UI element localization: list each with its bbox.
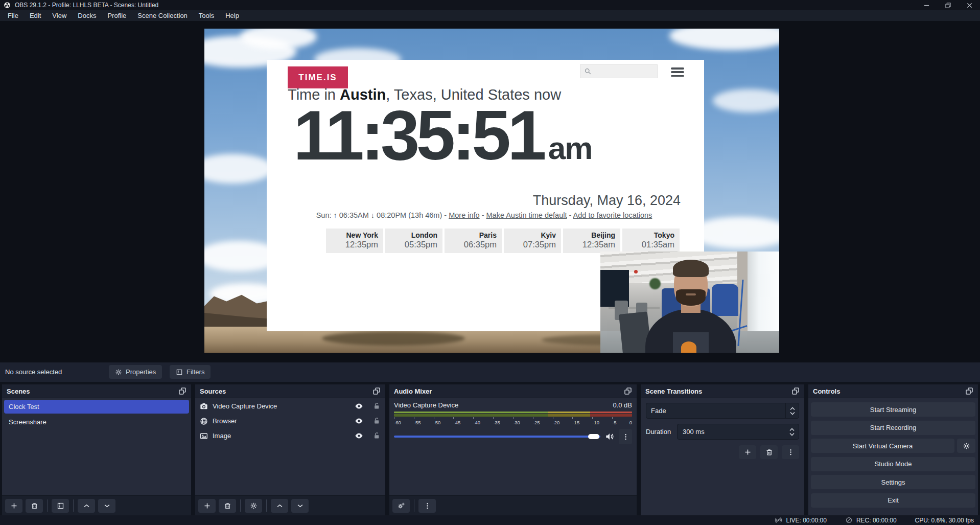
obs-window: OBS 29.1.2 - Profile: LLHLS BETA - Scene…	[0, 0, 980, 525]
double-gear-icon	[398, 502, 405, 510]
menu-tools[interactable]: Tools	[193, 10, 220, 21]
minimize-icon	[924, 3, 929, 8]
popout-icon[interactable]	[624, 387, 632, 395]
start-recording-button[interactable]: Start Recording	[811, 421, 975, 435]
separator: -	[567, 211, 573, 219]
source-row-video-capture[interactable]: Video Capture Device	[195, 399, 385, 413]
move-scene-down-button[interactable]	[98, 499, 115, 513]
lock-icon[interactable]	[373, 402, 381, 410]
popout-icon[interactable]	[178, 387, 186, 395]
start-virtual-camera-button[interactable]: Start Virtual Camera	[811, 439, 954, 453]
exit-button[interactable]: Exit	[811, 493, 975, 508]
scene-filters-button[interactable]	[52, 499, 69, 513]
volume-slider[interactable]	[394, 436, 600, 438]
meter-scale-labels: -60 -55 -50 -45 -40 -35 -30 -25 -20 -15 …	[394, 420, 632, 425]
lock-icon[interactable]	[373, 432, 381, 440]
city-time: 07:35pm	[504, 240, 556, 249]
move-source-up-button[interactable]	[271, 499, 288, 513]
source-label: Video Capture Device	[213, 402, 277, 410]
duration-spinner[interactable]: 300 ms	[677, 424, 799, 440]
volume-meter-peak	[394, 412, 632, 413]
source-row-browser[interactable]: Browser	[195, 414, 385, 428]
source-properties-button[interactable]	[245, 499, 262, 513]
tick-label: -10	[592, 420, 599, 425]
popout-icon[interactable]	[965, 387, 973, 395]
restore-button[interactable]	[937, 0, 959, 10]
popout-icon[interactable]	[791, 387, 800, 395]
timeis-sun-line: Sun: ↑ 06:35AM ↓ 08:20PM (13h 46m) - Mor…	[288, 211, 681, 219]
menu-file[interactable]: File	[2, 10, 24, 21]
visibility-eye-icon[interactable]	[355, 431, 363, 440]
advanced-audio-properties-button[interactable]	[392, 499, 410, 513]
speaker-icon[interactable]	[605, 432, 614, 441]
menu-edit[interactable]: Edit	[24, 10, 46, 21]
menu-profile[interactable]: Profile	[102, 10, 132, 21]
filters-button[interactable]: Filters	[170, 365, 211, 379]
add-scene-button[interactable]	[5, 499, 22, 513]
virtual-camera-config-button[interactable]	[957, 439, 975, 453]
separator: -	[480, 211, 486, 219]
transition-select[interactable]: Fade	[646, 403, 799, 419]
mixer-options-button[interactable]	[619, 429, 632, 444]
gear-icon	[115, 369, 122, 376]
minimize-button[interactable]	[916, 0, 937, 10]
menu-help[interactable]: Help	[220, 10, 245, 21]
settings-button[interactable]: Settings	[811, 475, 975, 489]
transition-select-arrows[interactable]	[785, 403, 799, 418]
visibility-eye-icon[interactable]	[355, 402, 363, 410]
stream-inactive-icon	[775, 516, 782, 524]
toolbar-separator	[240, 499, 241, 512]
remove-transition-button[interactable]	[760, 445, 778, 459]
preview-area: TIME.IS Time in Austin, Texas, United St…	[0, 21, 980, 362]
studio-mode-button[interactable]: Studio Mode	[811, 457, 975, 471]
toolbar-separator	[414, 499, 414, 512]
restore-icon	[945, 3, 951, 8]
popout-icon[interactable]	[372, 387, 381, 395]
chevron-down-icon	[296, 502, 304, 510]
close-button[interactable]	[959, 0, 980, 10]
webcam-fire-alarm	[634, 270, 638, 273]
menu-scene-collection[interactable]: Scene Collection	[132, 10, 193, 21]
clock-ampm: am	[548, 130, 592, 174]
city-time: 12:35am	[563, 240, 615, 249]
webcam-person-beard	[676, 289, 706, 306]
scene-item-screenshare[interactable]: Screenshare	[4, 415, 189, 429]
image-icon	[200, 432, 208, 440]
chevron-up-icon	[83, 502, 90, 510]
sources-list: Video Capture Device Browser	[195, 398, 385, 495]
tick-label: -55	[414, 420, 421, 425]
menu-view[interactable]: View	[46, 10, 72, 21]
properties-button[interactable]: Properties	[109, 365, 162, 379]
mixer-db-value: 0.0 dB	[613, 401, 632, 409]
make-default-link: Make Austin time default	[486, 211, 567, 219]
scenes-header: Scenes	[2, 384, 191, 398]
move-scene-up-button[interactable]	[78, 499, 95, 513]
source-row-image[interactable]: Image	[195, 429, 385, 443]
scene-item-clock-test[interactable]: Clock Test	[4, 400, 189, 414]
webcam-source-layer[interactable]	[600, 252, 779, 353]
meter-tick-marks	[394, 417, 632, 419]
volume-slider-row	[394, 429, 632, 444]
preview-canvas[interactable]: TIME.IS Time in Austin, Texas, United St…	[204, 29, 779, 353]
plus-icon	[203, 502, 211, 510]
status-bar: LIVE: 00:00:00 REC: 00:00:00 CPU: 0.6%, …	[0, 515, 980, 525]
mixer-menu-button[interactable]	[418, 499, 436, 513]
add-source-button[interactable]	[198, 499, 216, 513]
remove-scene-button[interactable]	[26, 499, 43, 513]
lock-icon[interactable]	[373, 417, 381, 425]
remove-source-button[interactable]	[219, 499, 236, 513]
move-source-down-button[interactable]	[291, 499, 309, 513]
record-inactive-icon	[845, 516, 853, 524]
menu-docks[interactable]: Docks	[72, 10, 102, 21]
window-controls	[916, 0, 980, 10]
transition-properties-button[interactable]	[782, 445, 799, 459]
plus-icon	[744, 448, 752, 456]
add-transition-button[interactable]	[739, 445, 756, 459]
duration-spinner-arrows[interactable]	[785, 424, 799, 439]
start-streaming-button[interactable]: Start Streaming	[811, 402, 975, 417]
duration-row: Duration 300 ms	[646, 424, 799, 440]
tick-label: -20	[553, 420, 560, 425]
visibility-eye-icon[interactable]	[355, 417, 363, 425]
cpu-fps-label: CPU: 0.6%, 30.00 fps	[915, 517, 974, 524]
volume-slider-handle[interactable]	[588, 434, 599, 439]
